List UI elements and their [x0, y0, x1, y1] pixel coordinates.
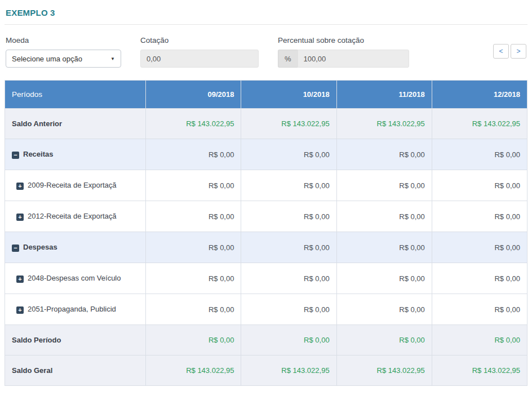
row-label: 2051-Propaganda, Publicid [28, 305, 116, 313]
column-header-period-3: 11/2018 [336, 81, 432, 109]
pager: < > [493, 44, 526, 59]
cell-value: R$ 143.022,95 [241, 355, 336, 386]
moeda-label: Moeda [6, 36, 121, 45]
column-header-periodos: Períodos [5, 81, 146, 109]
row-label-cell: +2051-Propaganda, Publicid [5, 294, 146, 325]
cell-value: R$ 0,00 [241, 232, 336, 263]
column-header-period-4: 12/2018 [432, 81, 527, 109]
cell-value: R$ 143.022,95 [432, 109, 527, 139]
row-label: Receitas [23, 150, 53, 158]
cell-value: R$ 0,00 [432, 263, 527, 294]
cotacao-input[interactable] [140, 50, 259, 68]
collapse-icon[interactable]: − [12, 245, 19, 252]
cell-value: R$ 0,00 [241, 201, 336, 232]
moeda-select[interactable]: Selecione uma opção ▼ [6, 50, 121, 68]
cell-value: R$ 0,00 [146, 170, 241, 201]
cell-value: R$ 0,00 [432, 170, 527, 201]
table-row-2051: +2051-Propaganda, Publicid R$ 0,00 R$ 0,… [5, 294, 527, 325]
row-label-cell: +2009-Receita de Exportaçã [5, 170, 146, 201]
column-header-period-2: 10/2018 [241, 81, 336, 109]
cell-value: R$ 0,00 [432, 139, 527, 170]
cell-value: R$ 143.022,95 [432, 355, 527, 386]
table-row-saldo-anterior: Saldo Anterior R$ 143.022,95 R$ 143.022,… [5, 109, 527, 139]
cell-value: R$ 143.022,95 [146, 355, 241, 386]
percentual-input[interactable] [298, 50, 409, 68]
row-label: 2048-Despesas com Veículo [28, 274, 121, 282]
row-label: 2012-Receita de Exportaçã [28, 212, 117, 220]
cell-value: R$ 143.022,95 [146, 109, 241, 139]
row-label-cell: +2048-Despesas com Veículo [5, 263, 146, 294]
cell-value: R$ 143.022,95 [241, 109, 336, 139]
row-label: Saldo Período [5, 325, 146, 355]
row-label-cell: −Receitas [5, 139, 146, 170]
cell-value: R$ 0,00 [241, 263, 336, 294]
cell-value: R$ 0,00 [146, 139, 241, 170]
cell-value: R$ 0,00 [146, 263, 241, 294]
collapse-icon[interactable]: − [12, 152, 19, 159]
percentual-field: Percentual sobre cotação % [278, 36, 396, 68]
cell-value: R$ 0,00 [432, 294, 527, 325]
percent-prefix: % [278, 50, 298, 68]
expand-icon[interactable]: + [16, 306, 24, 314]
chevron-down-icon: ▼ [110, 56, 115, 61]
cell-value: R$ 0,00 [146, 325, 241, 355]
divider [5, 24, 527, 25]
cell-value: R$ 0,00 [336, 263, 432, 294]
cell-value: R$ 0,00 [432, 232, 527, 263]
moeda-selected-value: Selecione uma opção [12, 55, 82, 63]
moeda-field: Moeda Selecione uma opção ▼ [6, 36, 121, 68]
table-row-receitas: −Receitas R$ 0,00 R$ 0,00 R$ 0,00 R$ 0,0… [5, 139, 527, 170]
table-row-2012: +2012-Receita de Exportaçã R$ 0,00 R$ 0,… [5, 201, 527, 232]
table-row-saldo-geral: Saldo Geral R$ 143.022,95 R$ 143.022,95 … [5, 355, 527, 386]
percentual-label: Percentual sobre cotação [278, 36, 396, 45]
cell-value: R$ 0,00 [432, 325, 527, 355]
cell-value: R$ 0,00 [336, 232, 432, 263]
cell-value: R$ 143.022,95 [336, 355, 432, 386]
cell-value: R$ 0,00 [241, 294, 336, 325]
row-label: Despesas [23, 243, 57, 251]
table-row-despesas: −Despesas R$ 0,00 R$ 0,00 R$ 0,00 R$ 0,0… [5, 232, 527, 263]
cell-value: R$ 0,00 [146, 201, 241, 232]
cell-value: R$ 0,00 [432, 201, 527, 232]
cell-value: R$ 143.022,95 [336, 109, 432, 139]
row-label: Saldo Geral [5, 355, 146, 386]
periods-table: Períodos 09/2018 10/2018 11/2018 12/2018… [5, 80, 527, 386]
prev-button[interactable]: < [493, 44, 509, 59]
next-button[interactable]: > [511, 44, 526, 59]
expand-icon[interactable]: + [16, 214, 24, 221]
page-title: EXEMPLO 3 [6, 8, 526, 17]
row-label: Saldo Anterior [5, 109, 146, 139]
cell-value: R$ 0,00 [146, 294, 241, 325]
row-label-cell: +2012-Receita de Exportaçã [5, 201, 146, 232]
expand-icon[interactable]: + [16, 275, 24, 283]
cell-value: R$ 0,00 [336, 325, 432, 355]
table-row-2009: +2009-Receita de Exportaçã R$ 0,00 R$ 0,… [5, 170, 527, 201]
cotacao-field: Cotação [140, 36, 259, 68]
cotacao-label: Cotação [140, 36, 259, 45]
cell-value: R$ 0,00 [336, 294, 432, 325]
cell-value: R$ 0,00 [336, 139, 432, 170]
cell-value: R$ 0,00 [146, 232, 241, 263]
page: EXEMPLO 3 Moeda Selecione uma opção ▼ Co… [0, 0, 532, 392]
cell-value: R$ 0,00 [336, 201, 432, 232]
row-label: 2009-Receita de Exportaçã [28, 181, 117, 189]
percentual-input-group: % [278, 50, 396, 68]
column-header-period-1: 09/2018 [146, 81, 241, 109]
toolbar: Moeda Selecione uma opção ▼ Cotação Perc… [6, 36, 526, 68]
table-header: Períodos 09/2018 10/2018 11/2018 12/2018 [5, 81, 527, 109]
table-row-2048: +2048-Despesas com Veículo R$ 0,00 R$ 0,… [5, 263, 527, 294]
cell-value: R$ 0,00 [241, 325, 336, 355]
table-row-saldo-periodo: Saldo Período R$ 0,00 R$ 0,00 R$ 0,00 R$… [5, 325, 527, 355]
cell-value: R$ 0,00 [241, 170, 336, 201]
row-label-cell: −Despesas [5, 232, 146, 263]
cell-value: R$ 0,00 [336, 170, 432, 201]
cell-value: R$ 0,00 [241, 139, 336, 170]
expand-icon[interactable]: + [16, 183, 24, 190]
